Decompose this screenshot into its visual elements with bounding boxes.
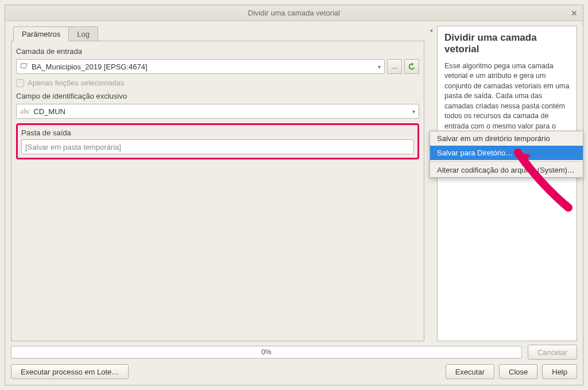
window-title: Dividir uma camada vetorial — [248, 9, 340, 17]
chevron-down-icon: ▾ — [378, 64, 381, 70]
output-folder-highlight: Pasta de saída [Salvar em pasta temporár… — [16, 123, 419, 159]
input-layer-combo[interactable]: BA_Municipios_2019 [EPSG:4674] ▾ — [16, 59, 385, 74]
titlebar: Dividir uma camada vetorial ✕ — [5, 5, 583, 21]
main-row: Parâmetros Log Camada de entrada BA_Muni… — [11, 26, 577, 341]
polygon-layer-icon — [20, 63, 28, 71]
output-folder-row: [Salvar em pasta temporária] — [21, 139, 414, 154]
tab-bar: Parâmetros Log — [13, 26, 424, 41]
checkbox-icon — [16, 79, 24, 87]
iterate-button[interactable] — [404, 59, 419, 74]
label-unique-field: Campo de identificação exclusivo — [16, 92, 419, 100]
left-pane: Parâmetros Log Camada de entrada BA_Muni… — [11, 26, 424, 341]
tab-log[interactable]: Log — [68, 26, 98, 41]
progress-row: 0% Cancelar — [11, 345, 577, 360]
close-button[interactable]: Close — [499, 364, 537, 379]
menu-separator — [430, 161, 583, 162]
dialog-window: Dividir uma camada vetorial ✕ Parâmetros… — [5, 5, 583, 385]
help-button[interactable]: Help — [542, 364, 577, 379]
menu-save-temp[interactable]: Salvar em um diretório temporário — [430, 131, 583, 146]
output-context-menu: Salvar em um diretório temporário Salvar… — [430, 131, 583, 178]
label-input-layer: Camada de entrada — [16, 47, 419, 56]
browse-layer-button[interactable]: … — [387, 59, 402, 74]
collapse-help-handle[interactable]: ◂ — [428, 26, 434, 341]
selected-features-checkbox: Apenas feições selecionadas — [16, 79, 419, 87]
right-button-group: Executar Close Help — [446, 364, 577, 379]
batch-button[interactable]: Executar processo em Lote… — [11, 364, 129, 379]
progress-bar: 0% — [11, 346, 522, 358]
unique-field-value: CD_MUN — [33, 107, 65, 116]
dialog-body: Parâmetros Log Camada de entrada BA_Muni… — [5, 21, 583, 385]
menu-save-directory[interactable]: Salvar para Diretório… — [430, 146, 583, 160]
parameters-panel: Camada de entrada BA_Municipios_2019 [EP… — [11, 41, 424, 341]
chevron-down-icon: ▾ — [412, 108, 415, 115]
button-row: Executar processo em Lote… Executar Clos… — [11, 364, 577, 379]
label-output-folder: Pasta de saída — [21, 128, 414, 137]
output-folder-placeholder: [Salvar em pasta temporária] — [25, 143, 121, 151]
close-icon[interactable]: ✕ — [569, 8, 579, 18]
input-layer-value: BA_Municipios_2019 [EPSG:4674] — [32, 63, 148, 71]
text-field-icon: abc — [20, 107, 30, 116]
menu-change-encoding[interactable]: Alterar codificação do arquivo (System)… — [430, 163, 583, 177]
cancel-button: Cancelar — [528, 345, 577, 360]
unique-field-row: abc CD_MUN ▾ — [16, 104, 419, 119]
help-paragraph-1: Esse algoritmo pega uma camada vetorial … — [444, 61, 570, 142]
progress-text: 0% — [261, 348, 271, 356]
input-layer-row: BA_Municipios_2019 [EPSG:4674] ▾ … — [16, 59, 419, 74]
output-folder-input[interactable]: [Salvar em pasta temporária] — [21, 139, 414, 154]
help-title: Dividir uma camada vetorial — [444, 32, 570, 56]
selected-features-label: Apenas feições selecionadas — [28, 79, 124, 87]
bottom-area: 0% Cancelar Executar processo em Lote… E… — [11, 345, 577, 379]
run-button[interactable]: Executar — [446, 364, 494, 379]
help-panel: Dividir uma camada vetorial Esse algorit… — [437, 26, 577, 341]
tab-parameters[interactable]: Parâmetros — [13, 26, 69, 41]
unique-field-combo[interactable]: abc CD_MUN ▾ — [16, 104, 419, 119]
